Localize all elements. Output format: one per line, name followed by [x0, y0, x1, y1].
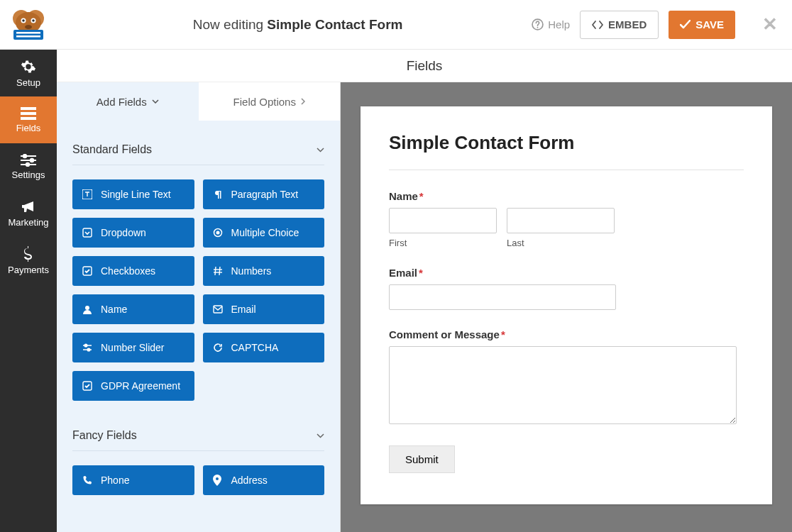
field-captcha[interactable]: CAPTCHA	[203, 333, 325, 362]
field-label: CAPTCHA	[231, 342, 279, 353]
save-button[interactable]: SAVE	[669, 11, 735, 39]
help-icon	[532, 18, 544, 31]
svg-line-27	[215, 267, 216, 275]
chevron-down-icon	[317, 148, 324, 153]
svg-point-21	[26, 162, 29, 165]
field-name[interactable]: Name	[72, 294, 194, 324]
paragraph-icon	[213, 189, 224, 199]
chevron-down-icon	[152, 99, 159, 104]
svg-point-19	[31, 158, 33, 161]
close-button[interactable]: ✕	[762, 13, 778, 35]
hash-icon	[213, 266, 224, 276]
marker-icon	[213, 475, 224, 486]
svg-rect-13	[21, 107, 36, 110]
email-input[interactable]	[389, 284, 616, 310]
svg-line-28	[219, 267, 220, 275]
field-label: Numbers	[231, 265, 272, 277]
sidebar-label: Fields	[16, 123, 41, 133]
group-fancy-fields[interactable]: Fancy Fields	[72, 419, 324, 451]
svg-rect-14	[21, 112, 36, 115]
svg-rect-15	[21, 117, 36, 120]
phone-icon	[82, 475, 94, 485]
field-label: Email	[231, 304, 256, 315]
first-sublabel: First	[389, 238, 497, 248]
field-single-line-text[interactable]: Single Line Text	[72, 179, 194, 209]
sidebar-label: Settings	[12, 170, 45, 180]
form-title: Simple Contact Form	[389, 132, 744, 170]
field-label: Dropdown	[101, 227, 146, 238]
form-preview-area: Simple Contact Form Name* First Last	[341, 82, 792, 532]
svg-rect-8	[13, 30, 43, 40]
svg-point-25	[216, 231, 219, 235]
field-checkboxes[interactable]: Checkboxes	[72, 256, 194, 286]
field-label: Phone	[101, 475, 129, 486]
svg-point-34	[84, 344, 87, 347]
sidebar-label: Payments	[8, 265, 49, 275]
submit-button[interactable]: Submit	[389, 445, 455, 473]
sidebar-item-marketing[interactable]: Marketing	[0, 190, 57, 237]
check-icon	[680, 20, 691, 29]
field-label: Number Slider	[101, 342, 164, 353]
section-title: Fields	[57, 50, 792, 82]
embed-button[interactable]: EMBED	[580, 11, 659, 39]
field-label: Paragraph Text	[231, 189, 299, 200]
app-logo	[7, 7, 50, 43]
radio-icon	[213, 228, 224, 238]
comment-textarea[interactable]	[389, 346, 737, 424]
field-number-slider[interactable]: Number Slider	[72, 333, 194, 362]
tab-add-fields[interactable]: Add Fields	[57, 82, 199, 121]
user-icon	[82, 304, 94, 314]
field-label: Single Line Text	[101, 189, 171, 200]
svg-point-7	[25, 25, 32, 29]
svg-rect-32	[214, 306, 222, 313]
chevron-right-icon	[301, 98, 305, 105]
code-icon	[592, 20, 603, 30]
group-standard-fields[interactable]: Standard Fields	[72, 133, 324, 165]
editing-title: Now editing Simple Contact Form	[64, 17, 532, 33]
field-phone[interactable]: Phone	[72, 465, 194, 495]
last-name-input[interactable]	[507, 208, 615, 233]
svg-point-12	[537, 27, 539, 28]
dollar-icon	[23, 246, 33, 262]
left-sidebar: Setup Fields Settings Marketing Payments	[0, 50, 57, 532]
sidebar-item-payments[interactable]: Payments	[0, 237, 57, 284]
svg-point-31	[85, 306, 89, 310]
svg-point-36	[87, 348, 90, 351]
field-dropdown[interactable]: Dropdown	[72, 218, 194, 248]
field-address[interactable]: Address	[203, 465, 325, 495]
check-sq-icon	[82, 381, 94, 391]
svg-point-4	[22, 19, 25, 22]
list-icon	[21, 107, 36, 120]
refresh-icon	[213, 343, 224, 353]
email-label: Email*	[389, 267, 744, 279]
sidebar-label: Marketing	[8, 217, 48, 228]
comment-label: Comment or Message*	[389, 328, 744, 340]
field-gdpr-agreement[interactable]: GDPR Agreement	[72, 371, 194, 401]
first-name-input[interactable]	[389, 208, 497, 233]
gear-icon	[21, 59, 36, 74]
form-card: Simple Contact Form Name* First Last	[361, 106, 772, 504]
sidebar-item-setup[interactable]: Setup	[0, 50, 57, 96]
sidebar-item-fields[interactable]: Fields	[0, 96, 57, 143]
svg-point-6	[32, 19, 35, 22]
text-icon	[82, 189, 94, 199]
caret-sq-icon	[82, 228, 94, 238]
last-sublabel: Last	[507, 238, 615, 248]
field-label: GDPR Agreement	[101, 380, 180, 392]
bullhorn-icon	[21, 200, 36, 214]
tab-field-options[interactable]: Field Options	[199, 82, 341, 121]
field-multiple-choice[interactable]: Multiple Choice	[203, 218, 325, 248]
svg-rect-9	[16, 32, 40, 34]
field-email[interactable]: Email	[203, 294, 325, 324]
sidebar-item-settings[interactable]: Settings	[0, 143, 57, 190]
field-numbers[interactable]: Numbers	[203, 256, 325, 286]
field-paragraph-text[interactable]: Paragraph Text	[203, 179, 325, 209]
envelope-icon	[213, 305, 224, 314]
svg-rect-23	[83, 228, 92, 237]
top-bar: Now editing Simple Contact Form Help EMB…	[0, 0, 792, 50]
check-sq-icon	[82, 266, 94, 276]
name-label: Name*	[389, 190, 744, 202]
field-label: Name	[101, 304, 127, 315]
help-link[interactable]: Help	[532, 18, 570, 31]
field-label: Checkboxes	[101, 265, 155, 277]
